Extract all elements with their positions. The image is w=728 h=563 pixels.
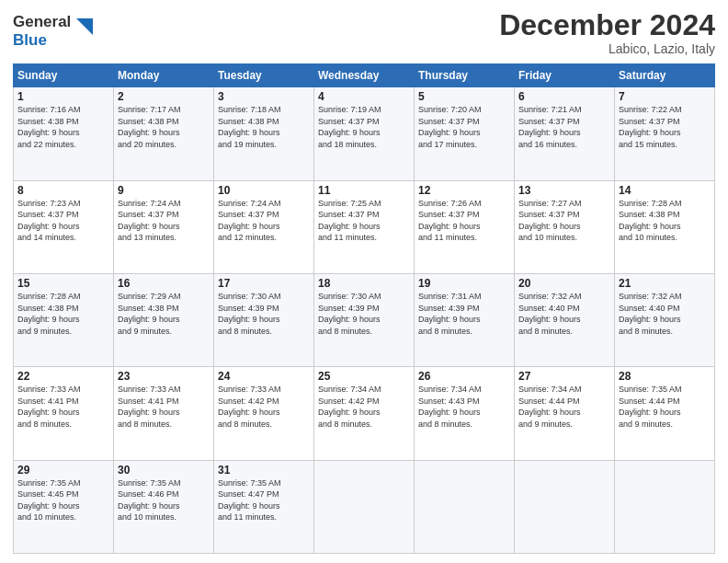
logo: General Blue [13, 13, 93, 49]
day-info: Sunrise: 7:35 AM Sunset: 4:47 PM Dayligh… [218, 477, 310, 523]
day-number: 22 [17, 370, 109, 383]
day-info: Sunrise: 7:19 AM Sunset: 4:37 PM Dayligh… [318, 104, 410, 150]
day-number: 30 [118, 464, 210, 477]
header: General Blue December 2024 Labico, Lazio… [13, 9, 715, 56]
day-number: 18 [318, 277, 410, 290]
logo-arrow-icon [73, 15, 93, 35]
calendar-cell: 22Sunrise: 7:33 AM Sunset: 4:41 PM Dayli… [14, 367, 114, 460]
calendar-cell: 2Sunrise: 7:17 AM Sunset: 4:38 PM Daylig… [114, 87, 214, 180]
day-number: 8 [17, 184, 109, 197]
calendar-cell: 1Sunrise: 7:16 AM Sunset: 4:38 PM Daylig… [14, 87, 114, 180]
calendar-cell: 20Sunrise: 7:32 AM Sunset: 4:40 PM Dayli… [515, 273, 615, 366]
day-info: Sunrise: 7:30 AM Sunset: 4:39 PM Dayligh… [218, 291, 310, 337]
calendar-cell: 6Sunrise: 7:21 AM Sunset: 4:37 PM Daylig… [515, 87, 615, 180]
day-info: Sunrise: 7:33 AM Sunset: 4:41 PM Dayligh… [118, 384, 210, 430]
day-info: Sunrise: 7:18 AM Sunset: 4:38 PM Dayligh… [218, 104, 310, 150]
day-info: Sunrise: 7:29 AM Sunset: 4:38 PM Dayligh… [118, 291, 210, 337]
day-info: Sunrise: 7:31 AM Sunset: 4:39 PM Dayligh… [418, 291, 510, 337]
logo-graphic: General Blue [13, 13, 93, 49]
day-number: 2 [118, 90, 210, 103]
svg-marker-0 [76, 18, 93, 35]
day-number: 16 [118, 277, 210, 290]
calendar-cell: 31Sunrise: 7:35 AM Sunset: 4:47 PM Dayli… [214, 460, 314, 553]
header-tuesday: Tuesday [214, 64, 314, 87]
day-number: 10 [218, 184, 310, 197]
day-number: 12 [418, 184, 510, 197]
calendar-cell: 16Sunrise: 7:29 AM Sunset: 4:38 PM Dayli… [114, 273, 214, 366]
day-number: 6 [518, 90, 610, 103]
day-info: Sunrise: 7:28 AM Sunset: 4:38 PM Dayligh… [17, 291, 109, 337]
calendar-cell: 18Sunrise: 7:30 AM Sunset: 4:39 PM Dayli… [314, 273, 415, 366]
day-info: Sunrise: 7:34 AM Sunset: 4:42 PM Dayligh… [318, 384, 410, 430]
calendar-cell: 5Sunrise: 7:20 AM Sunset: 4:37 PM Daylig… [415, 87, 515, 180]
header-monday: Monday [114, 64, 214, 87]
day-info: Sunrise: 7:32 AM Sunset: 4:40 PM Dayligh… [619, 291, 711, 337]
day-number: 25 [318, 370, 410, 383]
day-number: 3 [218, 90, 310, 103]
header-wednesday: Wednesday [314, 64, 415, 87]
day-number: 19 [418, 277, 510, 290]
calendar-cell: 23Sunrise: 7:33 AM Sunset: 4:41 PM Dayli… [114, 367, 214, 460]
calendar-week-2: 8Sunrise: 7:23 AM Sunset: 4:37 PM Daylig… [14, 180, 715, 273]
calendar-header-row: Sunday Monday Tuesday Wednesday Thursday… [14, 64, 715, 87]
calendar-cell [314, 460, 415, 553]
day-number: 26 [418, 370, 510, 383]
header-thursday: Thursday [415, 64, 515, 87]
calendar-week-5: 29Sunrise: 7:35 AM Sunset: 4:45 PM Dayli… [14, 460, 715, 553]
calendar-cell: 21Sunrise: 7:32 AM Sunset: 4:40 PM Dayli… [615, 273, 715, 366]
calendar-cell: 13Sunrise: 7:27 AM Sunset: 4:37 PM Dayli… [515, 180, 615, 273]
day-info: Sunrise: 7:23 AM Sunset: 4:37 PM Dayligh… [17, 198, 109, 244]
day-info: Sunrise: 7:32 AM Sunset: 4:40 PM Dayligh… [518, 291, 610, 337]
day-number: 24 [218, 370, 310, 383]
title-block: December 2024 Labico, Lazio, Italy [499, 9, 715, 56]
day-info: Sunrise: 7:25 AM Sunset: 4:37 PM Dayligh… [318, 198, 410, 244]
day-info: Sunrise: 7:21 AM Sunset: 4:37 PM Dayligh… [518, 104, 610, 150]
calendar-week-4: 22Sunrise: 7:33 AM Sunset: 4:41 PM Dayli… [14, 367, 715, 460]
calendar-cell: 15Sunrise: 7:28 AM Sunset: 4:38 PM Dayli… [14, 273, 114, 366]
calendar-cell: 7Sunrise: 7:22 AM Sunset: 4:37 PM Daylig… [615, 87, 715, 180]
month-title: December 2024 [499, 9, 715, 41]
day-number: 13 [518, 184, 610, 197]
day-number: 31 [218, 464, 310, 477]
location: Labico, Lazio, Italy [499, 41, 715, 56]
calendar-cell: 11Sunrise: 7:25 AM Sunset: 4:37 PM Dayli… [314, 180, 415, 273]
calendar-cell: 30Sunrise: 7:35 AM Sunset: 4:46 PM Dayli… [114, 460, 214, 553]
calendar-cell [515, 460, 615, 553]
calendar-cell: 8Sunrise: 7:23 AM Sunset: 4:37 PM Daylig… [14, 180, 114, 273]
calendar-cell: 29Sunrise: 7:35 AM Sunset: 4:45 PM Dayli… [14, 460, 114, 553]
day-info: Sunrise: 7:26 AM Sunset: 4:37 PM Dayligh… [418, 198, 510, 244]
header-sunday: Sunday [14, 64, 114, 87]
day-info: Sunrise: 7:28 AM Sunset: 4:38 PM Dayligh… [619, 198, 711, 244]
day-info: Sunrise: 7:35 AM Sunset: 4:46 PM Dayligh… [118, 477, 210, 523]
day-info: Sunrise: 7:34 AM Sunset: 4:43 PM Dayligh… [418, 384, 510, 430]
calendar-week-3: 15Sunrise: 7:28 AM Sunset: 4:38 PM Dayli… [14, 273, 715, 366]
calendar-cell: 17Sunrise: 7:30 AM Sunset: 4:39 PM Dayli… [214, 273, 314, 366]
calendar-cell: 10Sunrise: 7:24 AM Sunset: 4:37 PM Dayli… [214, 180, 314, 273]
day-info: Sunrise: 7:33 AM Sunset: 4:41 PM Dayligh… [17, 384, 109, 430]
day-number: 5 [418, 90, 510, 103]
calendar-cell: 28Sunrise: 7:35 AM Sunset: 4:44 PM Dayli… [615, 367, 715, 460]
page: General Blue December 2024 Labico, Lazio… [0, 0, 728, 563]
calendar-cell [415, 460, 515, 553]
day-number: 20 [518, 277, 610, 290]
header-friday: Friday [515, 64, 615, 87]
calendar-cell: 3Sunrise: 7:18 AM Sunset: 4:38 PM Daylig… [214, 87, 314, 180]
calendar-cell: 19Sunrise: 7:31 AM Sunset: 4:39 PM Dayli… [415, 273, 515, 366]
day-info: Sunrise: 7:30 AM Sunset: 4:39 PM Dayligh… [318, 291, 410, 337]
day-number: 7 [619, 90, 711, 103]
day-info: Sunrise: 7:20 AM Sunset: 4:37 PM Dayligh… [418, 104, 510, 150]
calendar-cell: 14Sunrise: 7:28 AM Sunset: 4:38 PM Dayli… [615, 180, 715, 273]
day-number: 21 [619, 277, 711, 290]
day-number: 27 [518, 370, 610, 383]
day-info: Sunrise: 7:34 AM Sunset: 4:44 PM Dayligh… [518, 384, 610, 430]
day-number: 14 [619, 184, 711, 197]
day-info: Sunrise: 7:24 AM Sunset: 4:37 PM Dayligh… [118, 198, 210, 244]
day-number: 1 [17, 90, 109, 103]
day-info: Sunrise: 7:17 AM Sunset: 4:38 PM Dayligh… [118, 104, 210, 150]
calendar-cell: 26Sunrise: 7:34 AM Sunset: 4:43 PM Dayli… [415, 367, 515, 460]
logo-text-general: General [13, 13, 71, 31]
day-number: 17 [218, 277, 310, 290]
header-saturday: Saturday [615, 64, 715, 87]
day-number: 29 [17, 464, 109, 477]
calendar: Sunday Monday Tuesday Wednesday Thursday… [13, 63, 715, 554]
